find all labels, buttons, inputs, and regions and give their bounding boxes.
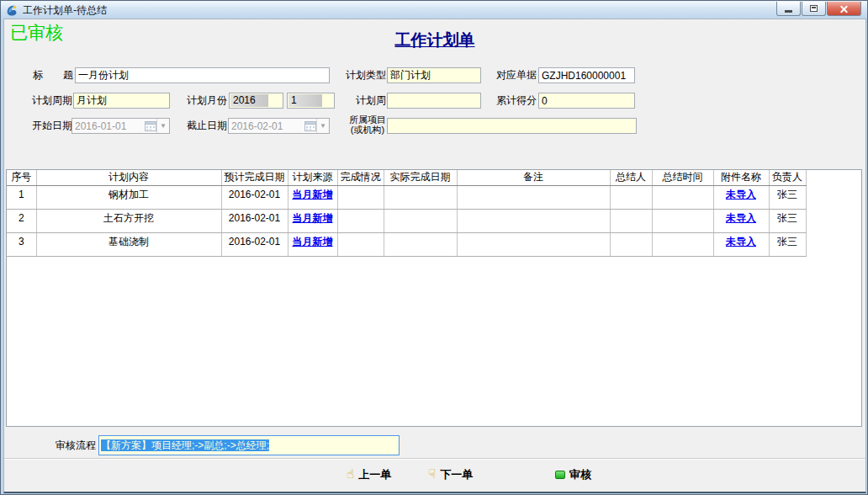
attachment-link[interactable]: 未导入 [726,189,756,200]
cell-status [337,185,384,209]
cell-no: 2 [7,209,36,232]
table-row: 2 土石方开挖 2016-02-01 当月新增 未导入 张三 [7,209,806,232]
calendar-icon [145,120,156,131]
app-window: 工作计划单-待总结 已审核 工作计划单 标 题 计划类型 对应单据 计划周期 计… [0,0,868,495]
audit-label: 审核 [569,467,591,482]
start-date-dropdown-icon[interactable]: ▼ [156,119,169,133]
title-label: 标 题 [27,67,73,83]
maximize-icon [810,5,818,12]
col-header-actual-date: 实际完成日期 [384,170,457,185]
cell-status [337,232,384,256]
app-logo-icon [5,3,19,17]
col-header-summarizer: 总结人 [610,170,652,185]
plan-type-label: 计划类型 [338,67,386,83]
cell-owner: 张三 [769,185,806,209]
window-title: 工作计划单-待总结 [23,3,107,18]
cell-content: 钢材加工 [36,185,221,209]
col-header-content: 计划内容 [36,170,221,185]
col-header-note: 备注 [457,170,610,185]
cell-summary-time [652,209,713,232]
audit-flow-label: 审核流程 [48,438,96,454]
source-link[interactable]: 当月新增 [293,236,333,248]
maximize-button[interactable] [802,2,826,16]
hand-down-icon: ☟ [428,468,436,481]
cell-actual-date [384,185,457,209]
titlebar[interactable]: 工作计划单-待总结 [1,1,867,19]
cell-owner: 张三 [769,209,806,232]
col-header-summary-time: 总结时间 [652,170,713,185]
footer-divider [4,458,865,460]
previous-record-label: 上一单 [358,467,391,482]
col-header-attachment: 附件名称 [713,170,769,185]
project-input[interactable] [387,118,637,134]
cell-due-date: 2016-02-01 [221,232,288,256]
table-header-row: 序号 计划内容 预计完成日期 计划来源 完成情况 实际完成日期 备注 总结人 总… [7,170,806,185]
cell-attachment: 未导入 [713,232,769,256]
plan-month-value: 1 [288,94,322,107]
minimize-icon [785,10,792,13]
next-record-button[interactable]: ☟ 下一单 [426,466,475,483]
col-header-no: 序号 [7,170,36,185]
cell-actual-date [384,232,457,256]
cell-attachment: 未导入 [713,185,769,209]
minimize-button[interactable] [776,2,801,16]
next-record-label: 下一单 [440,467,473,482]
end-date-picker[interactable]: 2016-02-01 ▼ [228,118,330,134]
start-date-value: 2016-01-01 [75,120,145,132]
source-link[interactable]: 当月新增 [293,189,333,200]
plan-week-input[interactable] [387,93,481,109]
page-title: 工作计划单 [4,29,865,51]
plan-month-label: 计划月份 [180,93,227,109]
attachment-link[interactable]: 未导入 [726,236,756,248]
plan-month-spinner[interactable]: 1 [287,93,335,109]
attachment-link[interactable]: 未导入 [726,212,756,224]
cell-status [337,209,384,232]
window-controls [775,2,861,16]
cell-no: 3 [7,232,36,256]
plan-cycle-label: 计划周期 [24,93,72,109]
col-header-status: 完成情况 [337,170,384,185]
cell-source: 当月新增 [288,209,337,232]
cell-attachment: 未导入 [713,209,769,232]
cell-summary-time [652,185,713,209]
cell-note [457,232,610,256]
previous-record-button[interactable]: ☝ 上一单 [344,466,394,483]
title-input[interactable] [75,67,330,83]
plan-year-value: 2016 [230,94,268,107]
end-date-value: 2016-02-01 [231,120,304,132]
audit-green-icon [555,471,565,479]
table-row: 1 钢材加工 2016-02-01 当月新增 未导入 张三 [7,185,806,209]
start-date-picker[interactable]: 2016-01-01 ▼ [71,118,170,134]
audit-button[interactable]: 审核 [553,466,594,483]
table-row: 3 基础浇制 2016-02-01 当月新增 未导入 张三 [7,232,806,256]
plan-type-input[interactable] [387,67,481,83]
project-label: 所属项目 (或机构) [347,114,389,135]
plan-cycle-input[interactable] [73,93,170,109]
hand-up-icon: ☝ [347,468,354,481]
cell-summarizer [610,185,652,209]
cell-content: 土石方开挖 [36,209,221,232]
cell-summarizer [610,209,652,232]
cell-note [457,209,610,232]
doc-no-input[interactable] [538,67,635,83]
doc-no-label: 对应单据 [489,67,537,83]
audit-flow-selected-text: 【新方案】项目经理;->副总;->总经理; [101,439,269,451]
source-link[interactable]: 当月新增 [293,212,333,224]
cell-note [457,185,610,209]
col-header-due-date: 预计完成日期 [221,170,288,185]
score-label: 累计得分 [489,93,537,109]
calendar-icon [304,120,316,131]
cell-summarizer [610,232,652,256]
cell-actual-date [384,209,457,232]
plan-year-spinner[interactable]: 2016 [229,93,283,109]
start-date-label: 开始日期 [24,118,72,134]
end-date-dropdown-icon[interactable]: ▼ [316,119,329,133]
score-input[interactable] [538,93,635,109]
cell-no: 1 [7,185,36,209]
close-button[interactable] [827,2,861,16]
cell-summary-time [652,232,713,256]
plan-items-grid: 序号 计划内容 预计完成日期 计划来源 完成情况 实际完成日期 备注 总结人 总… [6,169,862,427]
col-header-source: 计划来源 [288,170,337,185]
audit-flow-input[interactable]: 【新方案】项目经理;->副总;->总经理; [98,435,400,455]
end-date-label: 截止日期 [180,118,227,134]
